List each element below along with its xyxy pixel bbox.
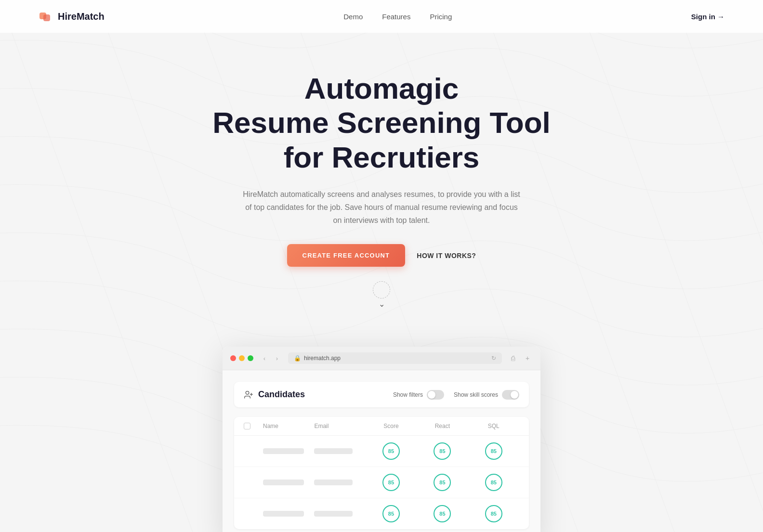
show-skill-scores-group: Show skill scores xyxy=(454,390,519,400)
show-skill-scores-toggle[interactable] xyxy=(502,390,519,400)
toggle-knob-scores xyxy=(511,391,518,399)
browser-window: ‹ › 🔒 hirematch.app ↻ ⎙ + xyxy=(223,347,540,532)
new-tab-button[interactable]: + xyxy=(522,353,533,363)
sign-in-button[interactable]: Sign in → xyxy=(691,13,724,21)
hero-title-line2: Resume Screening Tool xyxy=(212,106,551,139)
row-email-skeleton xyxy=(314,511,353,517)
row-sql-badge: 85 xyxy=(485,505,502,522)
table-header: Name Email Score React SQL xyxy=(234,417,529,436)
browser-back-button[interactable]: ‹ xyxy=(259,353,270,363)
hero-title: Automagic Resume Screening Tool for Recr… xyxy=(174,71,589,174)
logo-icon xyxy=(39,9,54,24)
header-checkbox-cell xyxy=(244,423,263,429)
row-name-skeleton xyxy=(263,448,304,454)
scroll-circle xyxy=(373,281,390,298)
chevron-down-icon: ⌄ xyxy=(379,300,385,308)
svg-rect-9 xyxy=(43,14,50,21)
show-filters-label: Show filters xyxy=(393,391,423,398)
col-header-react: React xyxy=(417,423,468,429)
reload-icon: ↻ xyxy=(491,355,496,362)
browser-bar: ‹ › 🔒 hirematch.app ↻ ⎙ + xyxy=(223,347,540,370)
hero-actions: CREATE FREE ACCOUNT HOW IT WORKS? xyxy=(174,244,589,267)
logo[interactable]: HireMatch xyxy=(39,9,105,24)
app-content: Candidates Show filters Show skill score… xyxy=(223,370,540,532)
row-email-skeleton xyxy=(314,448,353,454)
browser-forward-button[interactable]: › xyxy=(272,353,282,363)
candidates-header: Candidates Show filters Show skill score… xyxy=(234,382,529,407)
hero-subtitle: HireMatch automatically screens and anal… xyxy=(242,188,521,227)
logo-text: HireMatch xyxy=(58,11,105,22)
show-filters-group: Show filters xyxy=(393,390,444,400)
col-header-score: Score xyxy=(366,423,417,429)
svg-point-10 xyxy=(246,391,249,394)
table-row[interactable]: 85 85 85 xyxy=(234,498,529,529)
browser-actions: ⎙ + xyxy=(508,353,533,363)
row-react-badge: 85 xyxy=(434,505,451,522)
nav-features[interactable]: Features xyxy=(382,13,410,21)
url-text: hirematch.app xyxy=(304,355,341,362)
browser-url-bar[interactable]: 🔒 hirematch.app ↻ xyxy=(288,352,502,364)
browser-dot-maximize[interactable] xyxy=(248,355,253,361)
toggle-knob-filters xyxy=(428,391,435,399)
row-name-skeleton xyxy=(263,511,304,517)
header-controls: Show filters Show skill scores xyxy=(393,390,519,400)
how-it-works-link[interactable]: HOW IT WORKS? xyxy=(417,252,476,260)
candidates-title-text: Candidates xyxy=(258,389,305,400)
table-row[interactable]: 85 85 85 xyxy=(234,436,529,467)
row-score-badge: 85 xyxy=(382,442,400,460)
browser-dot-close[interactable] xyxy=(230,355,236,361)
row-sql-badge: 85 xyxy=(485,442,502,460)
row-name-skeleton xyxy=(263,480,304,485)
candidates-title: Candidates xyxy=(244,389,305,400)
svg-line-7 xyxy=(674,0,763,532)
navbar: HireMatch Demo Features Pricing Sign in … xyxy=(0,0,763,33)
col-header-sql: SQL xyxy=(468,423,519,429)
row-react-badge: 85 xyxy=(434,442,451,460)
row-react-badge: 85 xyxy=(434,474,451,491)
svg-line-0 xyxy=(0,0,193,532)
nav-demo[interactable]: Demo xyxy=(343,13,363,21)
browser-dot-minimize[interactable] xyxy=(239,355,245,361)
col-header-name: Name xyxy=(263,423,314,429)
table-row[interactable]: 85 85 85 xyxy=(234,467,529,498)
candidates-icon xyxy=(244,390,253,400)
browser-nav: ‹ › xyxy=(259,353,282,363)
row-sql-badge: 85 xyxy=(485,474,502,491)
nav-pricing[interactable]: Pricing xyxy=(430,13,452,21)
candidates-table: Name Email Score React SQL 85 85 85 xyxy=(234,417,529,529)
create-account-button[interactable]: CREATE FREE ACCOUNT xyxy=(287,244,406,267)
lock-icon: 🔒 xyxy=(294,355,301,362)
col-header-email: Email xyxy=(314,423,365,429)
show-filters-toggle[interactable] xyxy=(427,390,444,400)
browser-dots xyxy=(230,355,253,361)
row-score-badge: 85 xyxy=(382,505,400,522)
hero-section: Automagic Resume Screening Tool for Recr… xyxy=(165,33,598,327)
svg-line-6 xyxy=(578,0,763,532)
scroll-indicator: ⌄ xyxy=(373,281,390,308)
hero-title-line3: for Recrutiers xyxy=(284,141,480,174)
row-email-skeleton xyxy=(314,480,353,485)
share-button[interactable]: ⎙ xyxy=(508,353,518,363)
select-all-checkbox[interactable] xyxy=(244,423,250,429)
hero-title-line1: Automagic xyxy=(304,72,459,105)
browser-section: ‹ › 🔒 hirematch.app ↻ ⎙ + xyxy=(213,347,550,532)
nav-links: Demo Features Pricing xyxy=(343,13,452,21)
row-score-badge: 85 xyxy=(382,474,400,491)
show-skill-scores-label: Show skill scores xyxy=(454,391,498,398)
